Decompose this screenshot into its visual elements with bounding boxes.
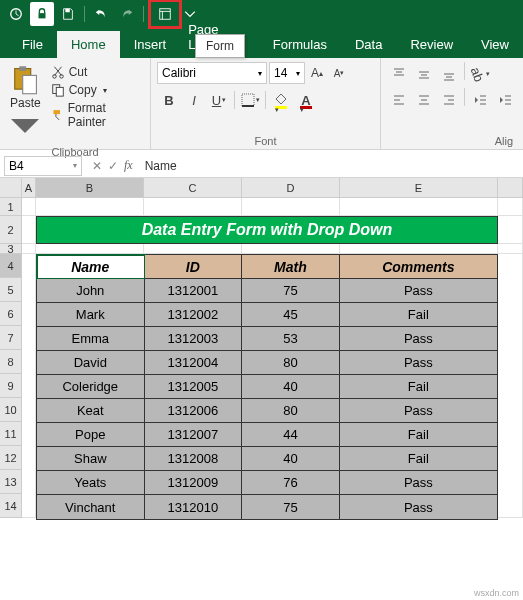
- row-header[interactable]: 12: [0, 446, 22, 470]
- lock-icon[interactable]: [30, 2, 54, 26]
- row-header[interactable]: 8: [0, 350, 22, 374]
- col-header[interactable]: D: [242, 178, 340, 198]
- table-cell[interactable]: Fail: [340, 447, 497, 471]
- table-cell[interactable]: 76: [242, 471, 340, 495]
- bold-button[interactable]: B: [157, 88, 181, 112]
- font-name-select[interactable]: Calibri▾: [157, 62, 267, 84]
- font-size-select[interactable]: 14▾: [269, 62, 305, 84]
- align-center-button[interactable]: [412, 88, 436, 112]
- col-header[interactable]: A: [22, 178, 36, 198]
- table-cell[interactable]: 1312001: [145, 279, 243, 303]
- table-header[interactable]: Math: [242, 255, 340, 279]
- table-cell[interactable]: Pass: [340, 495, 497, 519]
- col-header[interactable]: C: [144, 178, 242, 198]
- increase-indent-button[interactable]: [493, 88, 517, 112]
- table-cell[interactable]: Pass: [340, 279, 497, 303]
- table-header[interactable]: ID: [145, 255, 243, 279]
- table-cell[interactable]: 80: [242, 351, 340, 375]
- table-cell[interactable]: Pass: [340, 471, 497, 495]
- table-header[interactable]: Comments: [340, 255, 497, 279]
- table-cell[interactable]: 1312010: [145, 495, 243, 519]
- table-cell[interactable]: Vinchant: [37, 495, 145, 519]
- table-cell[interactable]: John: [37, 279, 145, 303]
- orientation-button[interactable]: ab: [468, 62, 492, 86]
- row-header[interactable]: 3: [0, 244, 22, 254]
- table-cell[interactable]: 44: [242, 423, 340, 447]
- font-color-button[interactable]: A: [294, 88, 318, 112]
- formula-input[interactable]: Name: [139, 159, 523, 173]
- form-button[interactable]: [153, 2, 177, 26]
- table-cell[interactable]: 75: [242, 279, 340, 303]
- tab-view[interactable]: View: [467, 31, 523, 58]
- redo-button[interactable]: [115, 2, 139, 26]
- select-all-corner[interactable]: [0, 178, 22, 198]
- tab-insert[interactable]: Insert: [120, 31, 181, 58]
- tab-formulas[interactable]: Formulas: [259, 31, 341, 58]
- row-header[interactable]: 6: [0, 302, 22, 326]
- tab-review[interactable]: Review: [396, 31, 467, 58]
- table-cell[interactable]: 1312003: [145, 327, 243, 351]
- fx-icon[interactable]: fx: [124, 158, 133, 173]
- table-cell[interactable]: Yeats: [37, 471, 145, 495]
- table-cell[interactable]: Keat: [37, 399, 145, 423]
- table-cell[interactable]: Fail: [340, 423, 497, 447]
- name-box[interactable]: B4▾: [4, 156, 82, 176]
- italic-button[interactable]: I: [182, 88, 206, 112]
- col-header[interactable]: E: [340, 178, 498, 198]
- tab-file[interactable]: File: [8, 31, 57, 58]
- cell-b4-active[interactable]: Name: [37, 255, 145, 279]
- table-cell[interactable]: 1312007: [145, 423, 243, 447]
- align-top-button[interactable]: [387, 62, 411, 86]
- table-cell[interactable]: 1312005: [145, 375, 243, 399]
- row-header[interactable]: 1: [0, 198, 22, 216]
- table-cell[interactable]: 1312006: [145, 399, 243, 423]
- table-cell[interactable]: 40: [242, 447, 340, 471]
- align-left-button[interactable]: [387, 88, 411, 112]
- tab-home[interactable]: Home: [57, 31, 120, 58]
- format-painter-button[interactable]: Format Painter: [49, 100, 144, 130]
- row-header[interactable]: 10: [0, 398, 22, 422]
- table-cell[interactable]: Fail: [340, 303, 497, 327]
- table-cell[interactable]: Pass: [340, 399, 497, 423]
- table-cell[interactable]: Mark: [37, 303, 145, 327]
- tab-data[interactable]: Data: [341, 31, 396, 58]
- align-bottom-button[interactable]: [437, 62, 461, 86]
- row-header[interactable]: 11: [0, 422, 22, 446]
- table-cell[interactable]: David: [37, 351, 145, 375]
- increase-font-button[interactable]: A▴: [307, 62, 327, 84]
- table-cell[interactable]: 1312004: [145, 351, 243, 375]
- table-cell[interactable]: 80: [242, 399, 340, 423]
- save-button[interactable]: [56, 2, 80, 26]
- underline-button[interactable]: U: [207, 88, 231, 112]
- row-header[interactable]: 14: [0, 494, 22, 518]
- border-button[interactable]: [238, 88, 262, 112]
- row-header[interactable]: 13: [0, 470, 22, 494]
- cut-button[interactable]: Cut: [49, 64, 144, 80]
- cancel-icon[interactable]: ✕: [92, 159, 102, 173]
- table-cell[interactable]: Shaw: [37, 447, 145, 471]
- row-header[interactable]: 5: [0, 278, 22, 302]
- row-header[interactable]: 4: [0, 254, 22, 278]
- table-cell[interactable]: Pass: [340, 351, 497, 375]
- row-header[interactable]: 9: [0, 374, 22, 398]
- row-header[interactable]: 2: [0, 216, 22, 244]
- align-middle-button[interactable]: [412, 62, 436, 86]
- decrease-indent-button[interactable]: [468, 88, 492, 112]
- table-cell[interactable]: Emma: [37, 327, 145, 351]
- paste-button[interactable]: Paste: [6, 62, 45, 144]
- row-header[interactable]: 7: [0, 326, 22, 350]
- table-cell[interactable]: 53: [242, 327, 340, 351]
- fill-color-button[interactable]: [269, 88, 293, 112]
- table-cell[interactable]: 45: [242, 303, 340, 327]
- table-cell[interactable]: 40: [242, 375, 340, 399]
- col-header[interactable]: B: [36, 178, 144, 198]
- table-cell[interactable]: Pass: [340, 327, 497, 351]
- decrease-font-button[interactable]: A▾: [329, 62, 349, 84]
- autosave-button[interactable]: [4, 2, 28, 26]
- col-header[interactable]: [498, 178, 523, 198]
- table-cell[interactable]: 75: [242, 495, 340, 519]
- title-banner[interactable]: Data Entry Form with Drop Down: [36, 216, 498, 244]
- table-cell[interactable]: 1312008: [145, 447, 243, 471]
- copy-button[interactable]: Copy▾: [49, 82, 144, 98]
- table-cell[interactable]: Coleridge: [37, 375, 145, 399]
